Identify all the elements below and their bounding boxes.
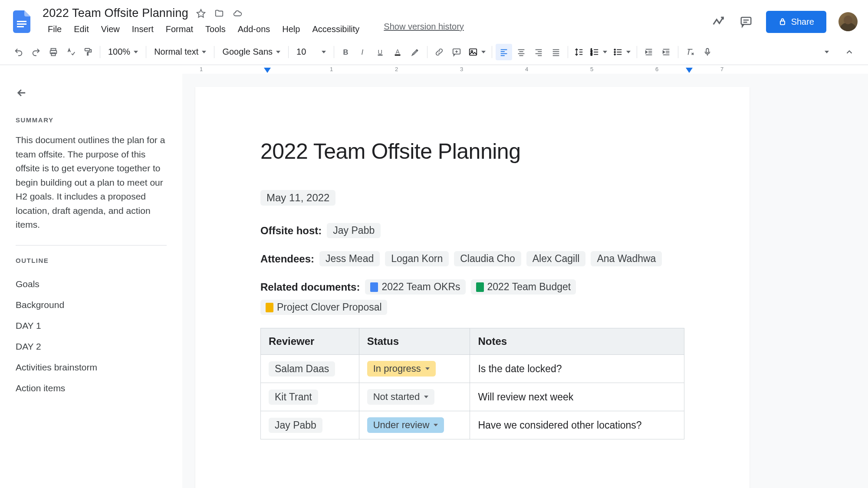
underline-button[interactable]: U [372,44,389,60]
attendee-chip[interactable]: Jess Mead [319,251,380,266]
title-section: 2022 Team Offsite Planning File Edit Vie… [43,7,710,37]
sheets-file-icon [476,282,484,292]
menu-file[interactable]: File [43,22,67,37]
menu-tools[interactable]: Tools [200,22,231,37]
attendee-chip[interactable]: Claudia Cho [454,251,521,266]
document-page[interactable]: 2022 Team Offsite Planning May 11, 2022 … [195,87,750,488]
align-justify-button[interactable] [548,44,564,60]
ruler-indent-marker[interactable] [264,68,271,73]
undo-button[interactable] [10,44,27,60]
voice-typing-button[interactable] [699,44,716,60]
svg-text:I: I [362,48,364,56]
attendee-chip[interactable]: Logan Korn [385,251,449,266]
toolbar: 100% Normal text Google Sans 10 B I U A … [0,39,868,65]
outline-item[interactable]: Goals [16,274,167,295]
svg-rect-1 [17,23,26,25]
italic-button[interactable]: I [355,44,372,60]
clear-formatting-button[interactable] [682,44,698,60]
comments-icon[interactable] [738,14,754,29]
version-history-link[interactable]: Show version history [384,22,464,37]
align-left-button[interactable] [496,44,512,60]
menu-insert[interactable]: Insert [127,22,159,37]
related-doc-chip[interactable]: 2022 Team Budget [471,279,576,295]
status-chip[interactable]: In progress [367,361,436,377]
status-chip[interactable]: Not started [367,389,435,405]
host-label: Offsite host: [260,225,322,237]
ruler-tick: 1 [330,66,333,72]
share-button[interactable]: Share [766,11,826,33]
fontsize-dropdown[interactable]: 10 [292,44,330,59]
reviewer-chip[interactable]: Kit Trant [269,390,318,405]
activity-icon[interactable] [710,14,726,29]
ruler-tick: 5 [590,66,593,72]
align-right-button[interactable] [530,44,547,60]
outline-item[interactable]: DAY 1 [16,315,167,336]
reviewer-chip[interactable]: Jay Pabb [269,418,322,433]
bold-button[interactable]: B [338,44,354,60]
align-center-button[interactable] [513,44,529,60]
menu-edit[interactable]: Edit [69,22,94,37]
editing-mode-button[interactable] [819,44,835,60]
outline-item[interactable]: Action items [16,378,167,399]
svg-point-52 [615,54,616,55]
checklist-button[interactable]: 123 [587,46,610,59]
ruler[interactable]: 1 1 2 3 4 5 6 7 [0,65,868,74]
user-avatar[interactable] [838,12,858,31]
menu-help[interactable]: Help [277,22,305,37]
table-row: Jay PabbUnder review Have we considered … [261,411,684,439]
menu-format[interactable]: Format [161,22,198,37]
style-dropdown[interactable]: Normal text [150,44,210,59]
outline-item[interactable]: DAY 2 [16,336,167,357]
zoom-dropdown[interactable]: 100% [104,44,142,59]
line-spacing-button[interactable] [572,46,586,59]
outline-item[interactable]: Background [16,295,167,315]
back-arrow-icon[interactable] [16,87,30,101]
star-icon[interactable] [195,8,207,19]
insert-image-button[interactable] [466,46,488,59]
svg-text:U: U [378,48,383,55]
attendee-chip[interactable]: Ana Wadhwa [591,251,662,266]
related-doc-chip[interactable]: 2022 Team OKRs [365,279,465,295]
attendee-chip[interactable]: Alex Cagill [526,251,586,266]
outline-item[interactable]: Activities brainstorm [16,357,167,378]
table-header-notes: Notes [470,328,684,355]
status-chip[interactable]: Under review [367,417,444,433]
sidebar-divider [16,245,167,246]
menu-view[interactable]: View [96,22,125,37]
collapse-toolbar-button[interactable] [841,44,858,60]
docs-logo-icon[interactable] [10,7,33,37]
svg-rect-6 [780,21,785,24]
style-value: Normal text [154,47,198,57]
cloud-status-icon[interactable] [232,8,243,19]
bulleted-list-button[interactable] [611,46,633,59]
reviewer-chip[interactable]: Salam Daas [269,361,335,377]
decrease-indent-button[interactable] [641,44,657,60]
highlight-button[interactable] [407,44,424,60]
date-chip[interactable]: May 11, 2022 [260,190,335,206]
svg-rect-10 [85,48,90,51]
paint-format-button[interactable] [80,44,96,60]
insert-link-button[interactable] [431,44,447,60]
add-comment-button[interactable] [448,44,465,60]
move-folder-icon[interactable] [214,8,225,19]
table-row: Kit TrantNot started Will review next we… [261,383,684,411]
document-title[interactable]: 2022 Team Offsite Planning [43,7,188,20]
increase-indent-button[interactable] [658,44,674,60]
ruler-tick: 4 [525,66,528,72]
spellcheck-button[interactable] [62,44,79,60]
titlebar: 2022 Team Offsite Planning File Edit Vie… [0,0,868,39]
print-button[interactable] [45,44,62,60]
chevron-down-icon [424,396,428,398]
summary-label: SUMMARY [16,116,167,124]
text-color-button[interactable]: A [390,44,406,60]
menu-accessibility[interactable]: Accessibility [307,22,365,37]
redo-button[interactable] [28,44,44,60]
notes-cell: Will review next week [470,383,684,411]
ruler-tick: 1 [200,66,203,72]
ruler-tick: 7 [720,66,723,72]
host-chip[interactable]: Jay Pabb [327,223,381,238]
font-dropdown[interactable]: Google Sans [218,44,285,59]
related-doc-chip[interactable]: Project Clover Proposal [260,300,387,315]
menu-addons[interactable]: Add-ons [233,22,276,37]
ruler-right-margin-marker[interactable] [686,68,693,73]
